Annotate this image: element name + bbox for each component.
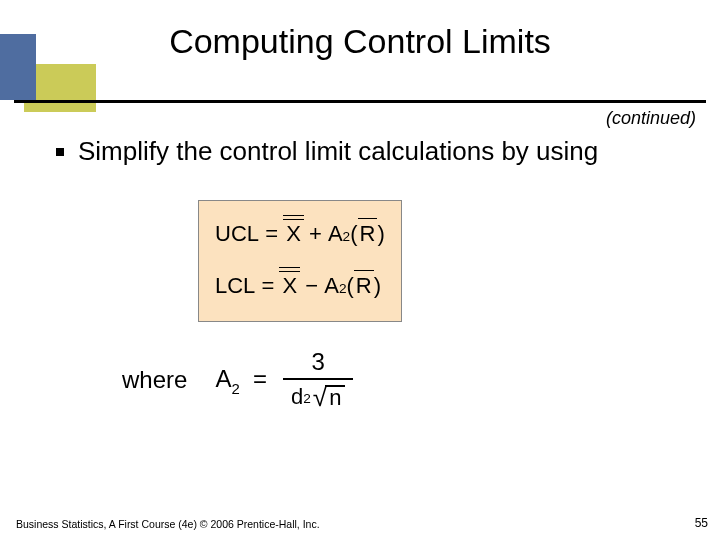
ucl-op: + <box>309 221 322 247</box>
sqrt-n: n <box>325 385 345 409</box>
ucl-rparen: ) <box>377 221 384 247</box>
page-number: 55 <box>695 516 708 530</box>
fraction-denominator: d2 √n <box>283 378 353 410</box>
where-eq: = <box>253 365 267 392</box>
formula-box: UCL = X + A2 (R) LCL = X − A2 (R) <box>198 200 402 322</box>
ucl-lparen: ( <box>350 221 357 247</box>
den-d-sub: 2 <box>303 392 311 406</box>
den-d: d <box>291 386 303 408</box>
lcl-eq: = <box>261 273 274 299</box>
lcl-rparen: ) <box>374 273 381 299</box>
r-bar: R <box>358 221 378 247</box>
ucl-lhs: UCL <box>215 221 259 247</box>
bullet-icon <box>56 148 64 156</box>
fraction-numerator: 3 <box>302 350 335 378</box>
fraction: 3 d2 √n <box>283 350 353 410</box>
ucl-A: A <box>328 221 343 247</box>
where-A-sub: 2 <box>231 381 239 397</box>
continued-label: (continued) <box>606 108 696 129</box>
bullet-text: Simplify the control limit calculations … <box>78 136 598 167</box>
ucl-A-sub: 2 <box>343 229 351 244</box>
lcl-lparen: ( <box>347 273 354 299</box>
bullet-item: Simplify the control limit calculations … <box>56 136 598 167</box>
x-double-bar-2: X <box>280 273 299 299</box>
lcl-A-sub: 2 <box>339 281 347 296</box>
lcl-lhs: LCL <box>215 273 255 299</box>
where-A: A <box>215 365 231 392</box>
formula-lcl: LCL = X − A2 (R) <box>215 265 385 307</box>
lcl-A: A <box>324 273 339 299</box>
where-definition: where A2 = 3 d2 √n <box>122 350 353 410</box>
formula-ucl: UCL = X + A2 (R) <box>215 213 385 255</box>
x-double-bar: X <box>284 221 303 247</box>
lcl-op: − <box>305 273 318 299</box>
r-bar-2: R <box>354 273 374 299</box>
footer-text: Business Statistics, A First Course (4e)… <box>16 518 320 530</box>
title-underline <box>14 100 706 103</box>
ucl-eq: = <box>265 221 278 247</box>
where-label: where <box>122 366 187 394</box>
slide-title: Computing Control Limits <box>0 22 720 61</box>
